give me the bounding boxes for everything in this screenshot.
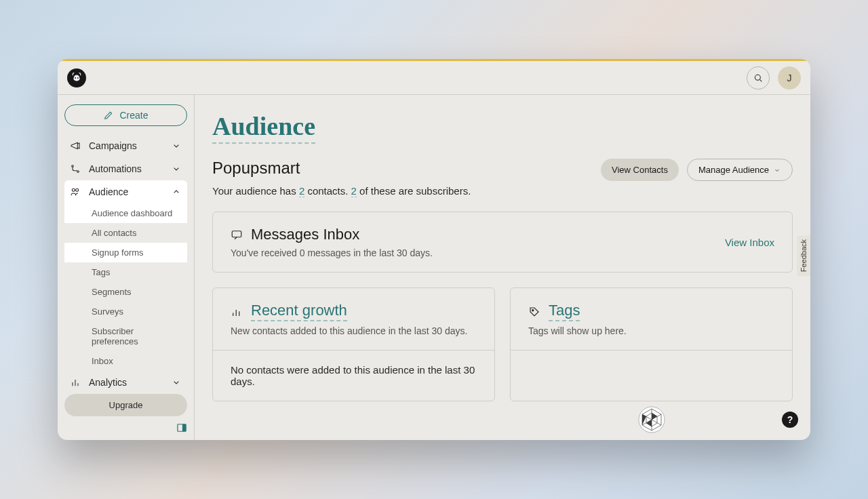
gem-decoration-icon [637, 406, 667, 433]
svg-point-8 [76, 189, 79, 192]
upgrade-button[interactable]: Upgrade [64, 394, 187, 416]
chat-icon [231, 228, 243, 241]
panel-icon [177, 423, 186, 433]
recent-growth-header: Recent growth New contacts added to this… [213, 288, 494, 351]
svg-point-3 [755, 75, 760, 80]
recent-growth-subtitle: New contacts added to this audience in t… [231, 325, 477, 336]
main-content: Audience Popupsmart View Contacts Manage… [195, 95, 810, 440]
svg-point-5 [72, 165, 74, 167]
sidebar-label: Automations [89, 163, 142, 174]
tag-icon [528, 306, 540, 318]
messages-inbox-card: Messages Inbox You've received 0 message… [212, 212, 793, 273]
sidebar-label: Campaigns [89, 140, 137, 151]
audience-header: Popupsmart View Contacts Manage Audience [212, 159, 793, 181]
chevron-down-icon [171, 377, 182, 388]
inbox-title-row: Messages Inbox [231, 226, 433, 243]
contacts-count[interactable]: 2 [299, 185, 304, 197]
create-label: Create [119, 110, 148, 121]
tags-header: Tags Tags will show up here. [511, 288, 792, 351]
sidebar-label: Audience [89, 186, 128, 197]
summary-text: contacts. [304, 185, 351, 197]
tags-title-row: Tags [528, 302, 774, 321]
chevron-up-icon [171, 186, 182, 197]
sidebar-item-audience[interactable]: Audience [64, 180, 187, 203]
chevron-down-icon [171, 163, 182, 174]
collapse-sidebar-button[interactable] [176, 423, 187, 433]
inbox-left: Messages Inbox You've received 0 message… [231, 226, 433, 258]
tags-card: Tags Tags will show up here. [510, 287, 793, 401]
topbar-right-group: J [747, 66, 801, 89]
svg-rect-14 [232, 231, 241, 237]
inbox-title: Messages Inbox [251, 226, 359, 243]
sidebar: Create Campaigns Automations Audience Au… [58, 95, 195, 440]
manage-audience-label: Manage Audience [698, 165, 769, 175]
audience-actions: View Contacts Manage Audience [601, 159, 793, 181]
search-icon [753, 73, 764, 83]
bars-icon [70, 377, 81, 388]
recent-growth-title[interactable]: Recent growth [251, 302, 347, 321]
inbox-subtitle: You've received 0 messages in the last 3… [231, 247, 433, 258]
subnav-audience-dashboard[interactable]: Audience dashboard [64, 203, 187, 223]
body-area: Create Campaigns Automations Audience Au… [58, 95, 810, 440]
tags-title[interactable]: Tags [549, 302, 580, 321]
subnav-tags[interactable]: Tags [64, 262, 187, 282]
audience-subnav: Audience dashboard All contacts Signup f… [64, 203, 187, 371]
tags-subtitle: Tags will show up here. [528, 325, 774, 336]
audience-summary: Your audience has 2 contacts. 2 of these… [212, 185, 793, 197]
manage-audience-button[interactable]: Manage Audience [687, 159, 793, 181]
recent-growth-body: No contacts were added to this audience … [213, 351, 494, 401]
mailchimp-logo[interactable] [67, 68, 86, 87]
sidebar-item-analytics[interactable]: Analytics [64, 371, 187, 394]
sidebar-label: Analytics [89, 377, 127, 388]
recent-growth-title-row: Recent growth [231, 302, 477, 321]
chevron-down-icon [171, 140, 182, 151]
flow-icon [70, 163, 81, 174]
view-contacts-button[interactable]: View Contacts [601, 159, 679, 181]
subnav-subscriber-prefs[interactable]: Subscriber preferences [64, 321, 187, 351]
top-bar: J [58, 61, 810, 95]
people-icon [70, 186, 81, 197]
sidebar-item-campaigns[interactable]: Campaigns [64, 134, 187, 157]
svg-line-4 [760, 79, 762, 81]
pencil-icon [103, 110, 114, 121]
svg-point-18 [532, 309, 534, 311]
subscribers-count[interactable]: 2 [351, 185, 357, 197]
subnav-surveys[interactable]: Surveys [64, 302, 187, 321]
svg-point-1 [75, 77, 76, 79]
summary-text: of these are subscribers. [357, 185, 471, 197]
page-title: Audience [212, 111, 315, 144]
search-button[interactable] [747, 66, 770, 89]
subnav-segments[interactable]: Segments [64, 282, 187, 302]
svg-point-6 [77, 171, 79, 173]
recent-growth-card: Recent growth New contacts added to this… [212, 287, 495, 401]
two-column-row: Recent growth New contacts added to this… [212, 287, 793, 401]
subnav-inbox[interactable]: Inbox [64, 351, 187, 371]
sidebar-item-automations[interactable]: Automations [64, 157, 187, 180]
help-button[interactable]: ? [782, 412, 798, 428]
subnav-signup-forms[interactable]: Signup forms [64, 243, 187, 262]
create-button[interactable]: Create [64, 104, 187, 126]
barchart-icon [231, 306, 243, 318]
svg-point-7 [72, 189, 75, 192]
avatar[interactable]: J [778, 66, 801, 89]
summary-text: Your audience has [212, 185, 299, 197]
svg-rect-13 [182, 424, 186, 432]
monkey-icon [69, 71, 84, 85]
svg-point-2 [77, 77, 79, 79]
app-window: J Create Campaigns Automations Audience [58, 59, 810, 440]
tags-body [511, 351, 792, 378]
view-inbox-link[interactable]: View Inbox [725, 237, 774, 248]
megaphone-icon [70, 140, 81, 151]
chevron-down-icon [773, 166, 781, 174]
audience-name: Popupsmart [212, 159, 300, 178]
feedback-tab[interactable]: Feedback [797, 235, 810, 276]
subnav-all-contacts[interactable]: All contacts [64, 223, 187, 243]
